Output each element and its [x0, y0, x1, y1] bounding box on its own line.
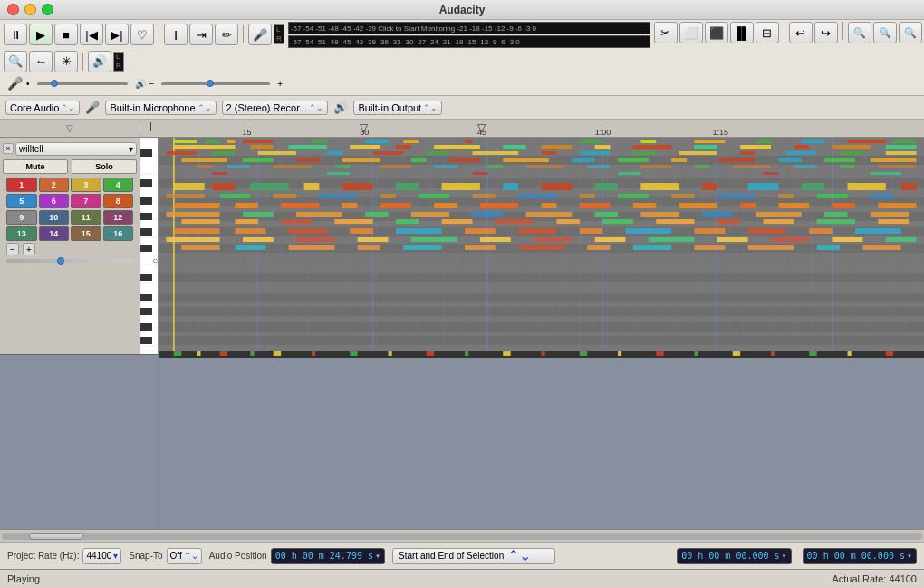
- channel-7-btn[interactable]: 7: [71, 194, 101, 208]
- svg-rect-156: [518, 194, 556, 198]
- skip-forward-button[interactable]: ▶|: [105, 24, 129, 45]
- svg-rect-230: [833, 237, 863, 242]
- selection-end-arrow[interactable]: ▾: [907, 551, 912, 561]
- zoom-in-btn[interactable]: 🔍: [4, 51, 27, 72]
- envelope-tool[interactable]: ⇥: [189, 24, 213, 45]
- audio-host-select[interactable]: Core Audio ⌃⌄: [5, 101, 80, 115]
- undo-button[interactable]: ↩: [789, 22, 813, 43]
- maximize-button[interactable]: [42, 4, 53, 15]
- channel-5-btn[interactable]: 5: [6, 194, 37, 208]
- channel-11-btn[interactable]: 11: [71, 210, 101, 225]
- trim-button[interactable]: ▐▌: [730, 22, 754, 43]
- channel-1-btn[interactable]: 1: [6, 178, 37, 192]
- svg-rect-265: [848, 351, 852, 356]
- svg-rect-14: [140, 149, 152, 157]
- mute-button[interactable]: Mute: [3, 159, 68, 174]
- snap-to-select[interactable]: Off ⌃⌄: [167, 548, 202, 564]
- mic-device-select[interactable]: Built-in Microphone ⌃⌄: [105, 101, 216, 115]
- play-button[interactable]: ▶: [29, 24, 53, 45]
- ruler-time-area[interactable]: | 15 30 45 1:00 1:15 ▽ ▽: [140, 120, 924, 137]
- channel-8-btn[interactable]: 8: [103, 194, 134, 208]
- selection-start-display[interactable]: 00 h 00 m 00.000 s ▾: [677, 548, 791, 564]
- loop-button[interactable]: ♡: [130, 24, 154, 45]
- window-controls: [7, 4, 53, 15]
- svg-rect-124: [794, 165, 816, 168]
- svg-rect-244: [862, 245, 900, 250]
- svg-rect-111: [871, 158, 917, 162]
- horizontal-scrollbar[interactable]: [2, 533, 922, 540]
- channel-12-btn[interactable]: 12: [103, 210, 134, 225]
- meters-block: -57 -54 -51 -48 -45 -42 -39 Click to Sta…: [288, 22, 650, 48]
- selection-start-arrow[interactable]: ▾: [782, 551, 787, 561]
- playback-meter[interactable]: -57 -54 -51 -48 -45 -42 -39 -36 -33 -30 …: [288, 35, 650, 48]
- channel-9-btn[interactable]: 9: [6, 210, 37, 225]
- channel-6-btn[interactable]: 6: [39, 194, 70, 208]
- minimize-button[interactable]: [24, 4, 36, 15]
- svg-rect-119: [526, 165, 564, 168]
- audio-position-value[interactable]: 00 h 00 m 24.799 s ▾: [271, 548, 385, 564]
- close-button[interactable]: [7, 4, 19, 15]
- time-shift-btn[interactable]: ↔: [29, 51, 53, 72]
- playback-meter-btn[interactable]: 🔊: [88, 51, 111, 72]
- pause-button[interactable]: ⏸: [4, 24, 27, 45]
- audio-position-dropdown[interactable]: ▾: [375, 551, 380, 561]
- svg-rect-240: [633, 245, 671, 250]
- channel-3-btn[interactable]: 3: [71, 178, 101, 192]
- cursor-tool[interactable]: I: [164, 24, 188, 45]
- project-rate-select[interactable]: 44100 ▾: [82, 548, 121, 564]
- svg-rect-255: [465, 351, 468, 356]
- skip-back-button[interactable]: |◀: [80, 24, 103, 45]
- record-meter[interactable]: -57 -54 -51 -48 -45 -42 -39 Click to Sta…: [288, 22, 650, 34]
- copy-button[interactable]: ⬜: [679, 22, 703, 43]
- svg-rect-112: [197, 165, 212, 168]
- main-area: × willtell ▾ Mute Solo 1 2 3 4 5 6 7 8: [0, 138, 924, 529]
- paste-button[interactable]: ⬛: [705, 22, 728, 43]
- zoom-sel-button[interactable]: 🔍: [899, 22, 922, 43]
- channels-select[interactable]: 2 (Stereo) Recor... ⌃⌄: [222, 101, 329, 115]
- svg-rect-148: [901, 183, 917, 190]
- status-bar: Project Rate (Hz): 44100 ▾ Snap-To Off ⌃…: [0, 542, 924, 569]
- track-shrink-btn[interactable]: −: [6, 243, 19, 255]
- svg-rect-61: [580, 140, 602, 143]
- selection-type-dropdown[interactable]: Start and End of Selection ⌃⌄: [392, 548, 555, 564]
- svg-rect-207: [236, 228, 266, 234]
- solo-button[interactable]: Solo: [72, 159, 137, 174]
- channel-4-btn[interactable]: 4: [103, 178, 134, 192]
- svg-rect-182: [365, 212, 388, 217]
- svg-rect-18: [140, 228, 152, 236]
- channel-10-btn[interactable]: 10: [39, 210, 70, 225]
- cut-button[interactable]: ✂: [654, 22, 678, 43]
- silence-button[interactable]: ⊟: [756, 22, 779, 43]
- channel-16-btn[interactable]: 16: [103, 226, 134, 241]
- track-volume-thumb: [57, 257, 64, 265]
- track-expand-btn[interactable]: +: [23, 243, 35, 255]
- svg-rect-177: [833, 203, 855, 208]
- draw-tool[interactable]: ✏: [215, 24, 238, 45]
- track-name-dropdown[interactable]: willtell ▾: [15, 142, 137, 156]
- output-volume-slider[interactable]: [161, 82, 270, 85]
- track-close-btn[interactable]: ×: [3, 143, 14, 154]
- multi-tool-btn[interactable]: ✳: [54, 51, 78, 72]
- channel-15-btn[interactable]: 15: [71, 226, 101, 241]
- redo-button[interactable]: ↪: [814, 22, 838, 43]
- output-device-label: Built-in Output: [358, 102, 421, 113]
- channel-13-btn[interactable]: 13: [6, 226, 37, 241]
- output-device-select[interactable]: Built-in Output ⌃⌄: [353, 101, 442, 115]
- svg-rect-68: [174, 145, 236, 149]
- svg-rect-234: [289, 245, 335, 250]
- zoom-in-button[interactable]: 🔍: [848, 22, 871, 43]
- stop-button[interactable]: ■: [54, 24, 78, 45]
- midi-notes-area[interactable]: [159, 138, 924, 529]
- svg-rect-155: [472, 194, 495, 198]
- track-volume-slider[interactable]: [6, 259, 133, 263]
- input-volume-thumb: [51, 80, 58, 87]
- channel-14-btn[interactable]: 14: [39, 226, 70, 241]
- input-volume-slider[interactable]: [37, 82, 128, 85]
- zoom-out-button[interactable]: 🔍: [873, 22, 897, 43]
- project-rate-section: Project Rate (Hz): 44100 ▾: [7, 548, 121, 564]
- channel-2-btn[interactable]: 2: [39, 178, 70, 192]
- svg-rect-134: [212, 183, 235, 190]
- selection-end-display[interactable]: 00 h 00 m 00.000 s ▾: [803, 548, 917, 564]
- record-meter-button[interactable]: 🎤: [248, 24, 272, 45]
- scrollbar-thumb[interactable]: [29, 533, 83, 540]
